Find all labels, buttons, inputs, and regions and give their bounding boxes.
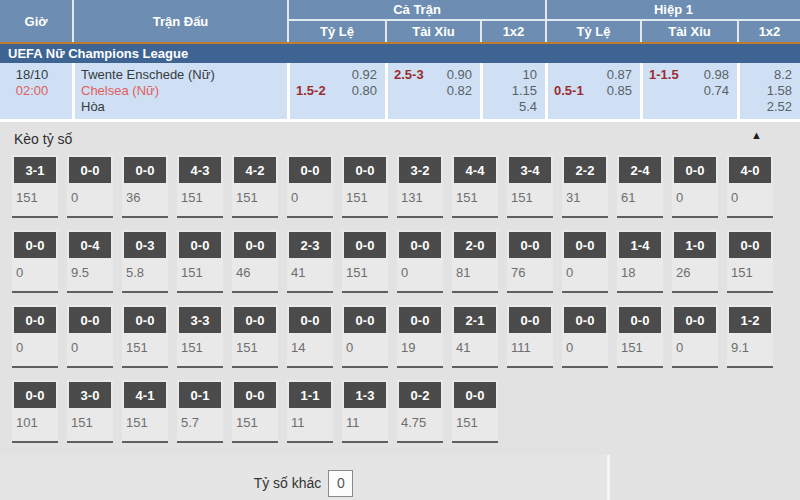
score-odds-cell[interactable]: 3-1151 [12,155,58,218]
score-odds-cell[interactable]: 1-418 [617,230,663,293]
score-odds-value: 76 [507,258,553,291]
score-odds-cell[interactable]: 0-0151 [452,380,498,443]
score-odds-cell[interactable]: 2-141 [452,305,498,368]
score-chip: 0-0 [289,307,331,333]
score-odds-cell[interactable]: 1-026 [672,230,718,293]
match-row: 18/10 02:00 Twente Enschede (Nữ) Chelsea… [0,63,800,122]
correct-score-panel: Kèo tỷ số ▲ 3-11510-000-0364-31514-21510… [0,122,800,500]
score-odds-cell[interactable]: 0-00 [12,305,58,368]
score-odds-cell[interactable]: 0-0151 [617,305,663,368]
score-odds-cell[interactable]: 2-341 [287,230,333,293]
full-handicap-home-odds[interactable]: 0.92 [352,67,377,83]
score-odds-cell[interactable]: 4-00 [727,155,773,218]
score-odds-cell[interactable]: 0-00 [342,305,388,368]
full-overunder-line: 2.5-3 [394,67,424,83]
score-odds-cell[interactable]: 0-49.5 [67,230,113,293]
score-odds-cell[interactable]: 1-29.1 [727,305,773,368]
score-chip: 0-2 [399,382,441,408]
score-odds-cell[interactable]: 0-0151 [122,305,168,368]
half-1x2-cell: 8.2 1.58 2.52 [737,63,800,119]
full-1x2-home[interactable]: 10 [523,67,537,83]
match-date: 18/10 [6,67,58,83]
score-odds-cell[interactable]: 1-311 [342,380,388,443]
col-header-half-1x2: 1x2 [737,21,800,42]
score-chip: 0-0 [399,232,441,258]
score-row: 0-000-49.50-35.80-01510-0462-3410-01510-… [0,230,800,293]
score-odds-cell[interactable]: 0-0101 [12,380,58,443]
score-odds-cell[interactable]: 0-00 [562,230,608,293]
score-odds-cell[interactable]: 0-00 [672,155,718,218]
score-odds-cell[interactable]: 2-461 [617,155,663,218]
score-odds-value: 151 [452,183,498,216]
score-odds-cell[interactable]: 0-0151 [727,230,773,293]
score-odds-cell[interactable]: 2-231 [562,155,608,218]
score-odds-cell[interactable]: 0-0151 [177,230,223,293]
score-odds-cell[interactable]: 0-046 [232,230,278,293]
betting-page: Giờ Trận Đấu Cả Trận Hiệp 1 Tỷ Lệ Tài Xỉ… [0,0,800,500]
score-odds-cell[interactable]: 0-019 [397,305,443,368]
score-odds-cell[interactable]: 3-2131 [397,155,443,218]
score-odds-value: 0 [287,183,333,216]
score-chip: 0-0 [14,307,56,333]
score-chip: 2-0 [454,232,496,258]
score-row: 0-01013-01514-11510-15.70-01511-1111-311… [0,380,800,443]
score-odds-value: 31 [562,183,608,216]
score-odds-cell[interactable]: 0-15.7 [177,380,223,443]
score-odds-value: 61 [617,183,663,216]
score-odds-cell[interactable]: 0-0151 [342,155,388,218]
score-odds-value: 151 [177,333,223,366]
score-odds-cell[interactable]: 0-0151 [232,305,278,368]
score-odds-value: 36 [122,183,168,216]
score-odds-cell[interactable]: 0-0111 [507,305,553,368]
half-handicap-home-odds[interactable]: 0.87 [607,67,632,83]
score-odds-cell[interactable]: 0-00 [562,305,608,368]
full-1x2-draw[interactable]: 5.4 [519,99,537,115]
score-odds-cell[interactable]: 0-00 [12,230,58,293]
score-odds-cell[interactable]: 0-00 [397,230,443,293]
score-odds-cell[interactable]: 0-00 [287,155,333,218]
score-odds-cell[interactable]: 0-00 [67,305,113,368]
score-odds-cell[interactable]: 3-4151 [507,155,553,218]
score-chip: 0-1 [179,382,221,408]
col-header-time: Giờ [0,0,72,42]
away-team-name[interactable]: Chelsea (Nữ) [81,83,279,99]
half-1x2-home[interactable]: 8.2 [774,67,792,83]
half-handicap-away-odds[interactable]: 0.85 [607,83,632,99]
col-header-full-overunder: Tài Xỉu [385,21,480,42]
score-odds-cell[interactable]: 0-35.8 [122,230,168,293]
score-odds-cell[interactable]: 0-00 [672,305,718,368]
half-under-odds[interactable]: 0.74 [704,83,729,99]
score-odds-cell[interactable]: 3-3151 [177,305,223,368]
score-chip: 0-0 [344,157,386,183]
score-odds-cell[interactable]: 0-0151 [232,380,278,443]
half-overunder-line: 1-1.5 [649,67,679,83]
score-odds-value: 0 [12,333,58,366]
score-odds-cell[interactable]: 3-0151 [67,380,113,443]
home-team-name[interactable]: Twente Enschede (Nữ) [81,67,279,83]
full-under-odds[interactable]: 0.82 [447,83,472,99]
full-handicap-away-odds[interactable]: 0.80 [352,83,377,99]
full-1x2-away[interactable]: 1.15 [512,83,537,99]
collapse-icon[interactable]: ▲ [751,129,762,141]
score-odds-cell[interactable]: 4-1151 [122,380,168,443]
half-1x2-away[interactable]: 1.58 [767,83,792,99]
score-odds-cell[interactable]: 0-24.75 [397,380,443,443]
score-odds-cell[interactable]: 0-076 [507,230,553,293]
full-over-odds[interactable]: 0.90 [447,67,472,83]
score-odds-cell[interactable]: 0-00 [67,155,113,218]
league-header[interactable]: UEFA Nữ Champions League [0,44,800,63]
score-odds-cell[interactable]: 1-111 [287,380,333,443]
score-odds-cell[interactable]: 0-036 [122,155,168,218]
score-odds-cell[interactable]: 4-3151 [177,155,223,218]
score-panel-header[interactable]: Kèo tỷ số ▲ [0,122,800,155]
score-odds-cell[interactable]: 4-4151 [452,155,498,218]
half-over-odds[interactable]: 0.98 [704,67,729,83]
score-odds-cell[interactable]: 4-2151 [232,155,278,218]
half-1x2-draw[interactable]: 2.52 [767,99,792,115]
other-score-value-box[interactable]: 0 [328,470,353,497]
score-odds-cell[interactable]: 0-0151 [342,230,388,293]
score-odds-value: 131 [397,183,443,216]
col-header-full-handicap: Tỷ Lệ [287,21,385,42]
score-odds-cell[interactable]: 0-014 [287,305,333,368]
score-odds-cell[interactable]: 2-081 [452,230,498,293]
